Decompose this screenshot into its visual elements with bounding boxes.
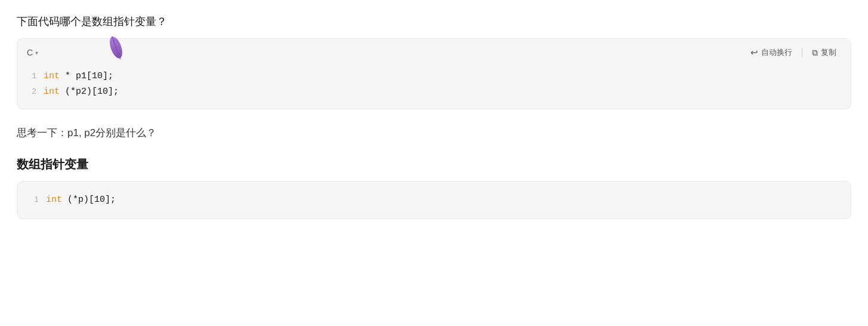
code-block-1: C ▾ ↩ 自动换行 ⧉ 复制 1 int * p1[10]; 2 int (*… [17,38,851,109]
svg-line-6 [115,51,118,54]
line-num-2: 2 [27,85,36,99]
code-body-1: 1 int * p1[10]; 2 int (*p2)[10]; [17,65,851,109]
code-text-2: int (*p2)[10]; [44,84,119,100]
wrap-icon: ↩ [750,47,758,58]
svg-line-4 [110,45,116,49]
svg-line-11 [118,50,121,53]
think-text: 思考一下：p1, p2分别是什么？ [17,126,851,140]
code-lang-selector[interactable]: C ▾ [27,48,38,57]
auto-wrap-button[interactable]: ↩ 自动换行 [746,45,797,60]
svg-line-5 [112,48,118,52]
copy-button[interactable]: ⧉ 复制 [807,45,841,60]
svg-line-10 [116,47,121,50]
feather-decoration-icon [101,33,132,64]
auto-wrap-label: 自动换行 [761,47,792,58]
code-line-3: 1 int (*p)[10]; [29,192,839,208]
svg-line-7 [113,38,118,42]
code-block-header: C ▾ ↩ 自动换行 ⧉ 复制 [17,39,851,65]
code-line-2: 2 int (*p2)[10]; [27,84,841,100]
question-text: 下面代码哪个是数组指针变量？ [17,14,851,29]
code-block-2: 1 int (*p)[10]; [17,181,851,219]
svg-line-3 [109,42,115,47]
copy-icon: ⧉ [812,48,818,58]
line-num-1: 1 [27,70,36,83]
code-text-1: int * p1[10]; [44,69,113,84]
chevron-down-icon: ▾ [35,50,38,56]
toolbar-divider [802,48,802,57]
line-num-3: 1 [29,193,39,207]
copy-label: 复制 [821,47,836,58]
svg-line-9 [115,44,120,47]
svg-line-2 [109,39,114,43]
svg-line-8 [114,41,119,45]
section-title: 数组指针变量 [17,156,851,173]
svg-line-1 [112,36,121,59]
code-text-3: int (*p)[10]; [46,192,116,208]
code-lang-label: C [27,48,33,57]
code-toolbar: ↩ 自动换行 ⧉ 复制 [746,45,841,60]
code-line-1: 1 int * p1[10]; [27,69,841,84]
code-body-2: 1 int (*p)[10]; [29,192,839,208]
svg-point-0 [107,35,125,60]
